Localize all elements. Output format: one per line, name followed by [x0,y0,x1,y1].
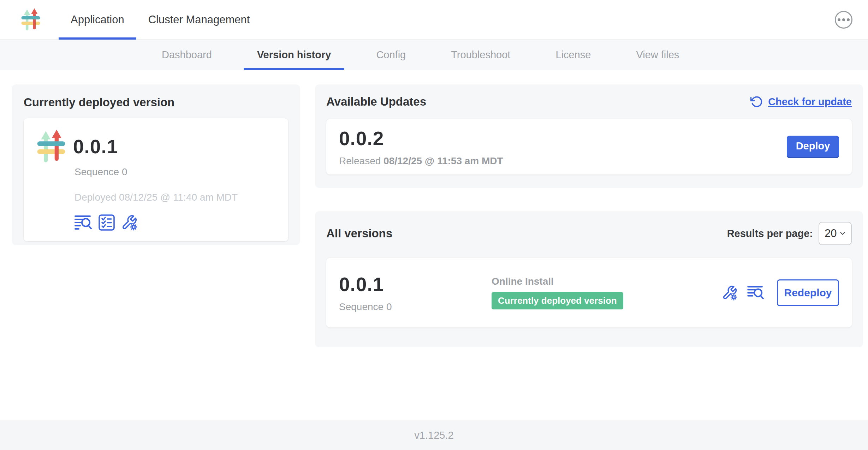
row-version-number: 0.0.1 [339,273,492,296]
app-footer: v1.125.2 [0,420,868,450]
deployed-sequence: Sequence 0 [75,166,277,178]
top-nav: Application Cluster Management [59,0,262,40]
top-header: Application Cluster Management [0,0,868,40]
chevron-down-icon [839,230,846,237]
available-updates-title: Available Updates [326,95,426,108]
subnav-tab-version-history[interactable]: Version history [244,40,345,70]
console-version-label: v1.125.2 [414,430,453,441]
check-for-update-label: Check for update [768,96,852,108]
results-per-page-select[interactable]: 20 [819,222,852,245]
view-logs-icon [75,215,92,230]
main-content: Currently deployed version 0.0.1 Sequenc… [0,70,868,420]
tab-cluster-management[interactable]: Cluster Management [136,0,262,40]
all-versions-title: All versions [326,227,392,240]
config-wrench-button[interactable] [121,214,137,231]
subnav-label: Config [376,49,406,61]
subnav-tab-view-files[interactable]: View files [623,40,692,70]
results-per-page-label: Results per page: [727,228,813,239]
subnav-label: License [555,49,591,61]
app-logo-icon [35,128,67,165]
subnav-label: Version history [257,49,331,61]
row-sequence: Sequence 0 [339,301,492,313]
subnav-tab-license[interactable]: License [542,40,604,70]
view-logs-button[interactable] [747,285,764,300]
config-wrench-icon [121,214,137,231]
app-logo [20,0,42,40]
deploy-button[interactable]: Deploy [787,136,839,158]
tab-cluster-management-label: Cluster Management [148,13,250,26]
ellipsis-dot [842,18,845,21]
redeploy-button[interactable]: Redeploy [777,279,839,306]
version-row: 0.0.1 Sequence 0 Online Install Currentl… [326,258,852,327]
subnav-tab-dashboard[interactable]: Dashboard [148,40,225,70]
subnav-tab-troubleshoot[interactable]: Troubleshoot [438,40,524,70]
view-logs-button[interactable] [75,215,92,230]
app-subnav: Dashboard Version history Config Trouble… [0,40,868,70]
results-per-page-value: 20 [825,227,837,240]
check-for-update-link[interactable]: Check for update [750,95,852,108]
released-timestamp: 08/12/25 @ 11:53 am MDT [384,155,503,166]
deployed-timestamp: Deployed 08/12/25 @ 11:40 am MDT [75,192,277,203]
tab-application-label: Application [71,13,124,26]
view-logs-icon [747,285,764,300]
right-column: Available Updates Check for update 0.0.2… [315,84,863,347]
deployed-version-panel: 0.0.1 Sequence 0 Deployed 08/12/25 @ 11:… [24,118,288,241]
update-row: 0.0.2 Released 08/12/25 @ 11:53 am MDT D… [326,119,852,174]
released-label: Released [339,155,381,166]
update-version-number: 0.0.2 [339,127,503,150]
ellipsis-dot [838,18,840,21]
subnav-label: View files [636,49,679,61]
subnav-label: Troubleshoot [451,49,510,61]
update-released-line: Released 08/12/25 @ 11:53 am MDT [339,155,503,167]
ellipsis-menu-button[interactable] [835,11,852,29]
ellipsis-dot [847,18,850,21]
preflight-checks-button[interactable] [99,214,115,231]
app-logo-icon [20,7,42,32]
subnav-label: Dashboard [162,49,212,61]
subnav-tab-config[interactable]: Config [363,40,419,70]
currently-deployed-card: Currently deployed version 0.0.1 Sequenc… [12,84,300,245]
config-wrench-button[interactable] [722,285,737,301]
row-install-type: Online Install [492,276,623,287]
preflight-checks-icon [99,214,115,231]
all-versions-card: All versions Results per page: 20 0.0.1 … [315,211,863,347]
header-spacer [262,0,835,40]
currently-deployed-badge: Currently deployed version [492,292,623,309]
config-wrench-icon [722,285,737,301]
available-updates-card: Available Updates Check for update 0.0.2… [315,84,863,188]
refresh-icon [750,95,763,108]
deployed-version-number: 0.0.1 [73,135,118,158]
tab-application[interactable]: Application [59,0,136,40]
deployed-card-title: Currently deployed version [24,96,288,109]
